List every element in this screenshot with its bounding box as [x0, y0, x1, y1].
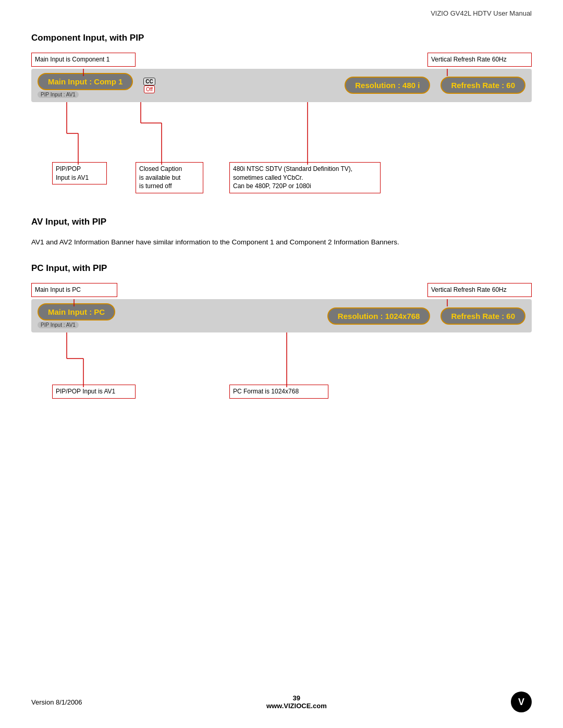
pc-format-annot-text: PC Format is 1024x768	[233, 388, 299, 395]
footer-website: www.VIZIOCE.com	[266, 702, 327, 710]
pip-pop-annot-text: PIP/POPInput is AV1	[56, 165, 89, 181]
section2-body: AV1 and AV2 Information Banner have simi…	[31, 237, 532, 248]
section3-title: PC Input, with PIP	[31, 263, 532, 274]
pc-refresh-annot-box: Vertical Refresh Rate 60Hz	[427, 283, 532, 297]
refresh-annot-text: Vertical Refresh Rate 60Hz	[431, 56, 507, 63]
pc-main-input-annot-box: Main Input is PC	[31, 283, 117, 297]
cc-annot-text: Closed Captionis available butis turned …	[139, 165, 182, 190]
banner-resolution: Resolution : 480 i	[345, 77, 430, 94]
pc-main-input-banner-group: Main Input : PC PIP Input : AV1	[38, 303, 115, 328]
logo-letter: V	[518, 697, 524, 708]
pc-main-input-annot-text: Main Input is PC	[35, 286, 81, 293]
pc-pip-pop-annot-box: PIP/POP Input is AV1	[52, 385, 136, 399]
pc-banner-main-input: Main Input : PC	[38, 303, 115, 320]
pip-pop-annot-box: PIP/POPInput is AV1	[52, 162, 107, 185]
tv-banner2: Main Input : PC PIP Input : AV1 Resoluti…	[31, 299, 532, 332]
section1-title: Component Input, with PIP	[31, 33, 532, 43]
lower-annots-area: PIP/POPInput is AV1 Closed Captionis ava…	[31, 102, 532, 201]
main-input-annot-text: Main Input is Component 1	[35, 56, 109, 63]
section2: AV Input, with PIP AV1 and AV2 Informati…	[31, 217, 532, 248]
off-badge: Off	[144, 85, 155, 93]
pc-lower-annots-area: PIP/POP Input is AV1 PC Format is 1024x7…	[31, 332, 532, 416]
page-footer: Version 8/1/2006 39 www.VIZIOCE.com V	[0, 692, 563, 712]
tv-banner1: Main Input : Comp 1 PIP Input : AV1 CC O…	[31, 69, 532, 102]
pc-connector-svg-bottom	[31, 332, 532, 416]
pc-format-annot-box: PC Format is 1024x768	[229, 385, 328, 399]
page-content: Component Input, with PIP Main Input is …	[0, 17, 563, 416]
banner-main-input: Main Input : Comp 1	[38, 73, 133, 90]
main-input-banner-group: Main Input : Comp 1 PIP Input : AV1	[38, 73, 133, 98]
pc-banner-refresh: Refresh Rate : 60	[440, 307, 525, 325]
page-header: VIZIO GV42L HDTV User Manual	[0, 0, 563, 17]
banner-section: Main Input : Comp 1 PIP Input : AV1 CC O…	[31, 69, 532, 102]
diagram2: Main Input is PC Vertical Refresh Rate 6…	[31, 283, 532, 416]
pc-banner-resolution: Resolution : 1024x768	[327, 307, 431, 325]
resolution-annot-box: 480i NTSC SDTV (Standard Definition TV),…	[229, 162, 381, 193]
upper-annots: Main Input is Component 1 Vertical Refre…	[31, 53, 532, 67]
footer-page-number: 39	[266, 694, 327, 702]
pc-pip-label: PIP Input : AV1	[38, 322, 79, 328]
pip-label1: PIP Input : AV1	[38, 91, 79, 98]
section2-title: AV Input, with PIP	[31, 217, 532, 227]
pc-banner-section: Main Input : PC PIP Input : AV1 Resoluti…	[31, 299, 532, 332]
footer-center: 39 www.VIZIOCE.com	[266, 694, 327, 710]
header-title: VIZIO GV42L HDTV User Manual	[431, 9, 532, 17]
upper-annots2: Main Input is PC Vertical Refresh Rate 6…	[31, 283, 532, 297]
cc-badge: CC	[143, 78, 155, 85]
cc-group: CC Off	[143, 78, 155, 93]
cc-annot-box: Closed Captionis available butis turned …	[136, 162, 203, 193]
footer-version: Version 8/1/2006	[31, 698, 82, 706]
pc-pip-pop-annot-text: PIP/POP Input is AV1	[56, 388, 115, 395]
main-input-annot-box: Main Input is Component 1	[31, 53, 136, 67]
resolution-annot-text: 480i NTSC SDTV (Standard Definition TV),…	[233, 165, 352, 190]
pc-refresh-annot-text: Vertical Refresh Rate 60Hz	[431, 286, 507, 293]
banner-refresh: Refresh Rate : 60	[440, 77, 525, 94]
footer-logo: V	[511, 692, 532, 712]
diagram1: Main Input is Component 1 Vertical Refre…	[31, 53, 532, 201]
refresh-annot-box: Vertical Refresh Rate 60Hz	[427, 53, 532, 67]
